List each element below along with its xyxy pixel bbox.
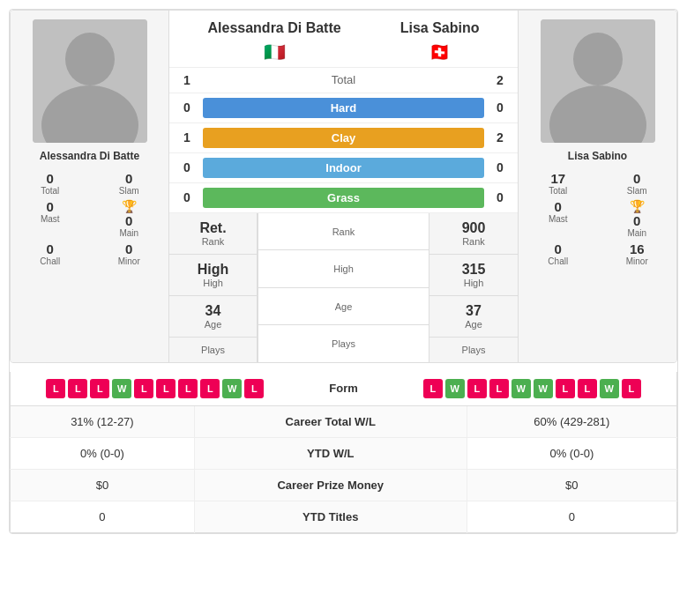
p2-high-block: 315 High bbox=[429, 255, 518, 296]
player1-chall-value: 0 bbox=[47, 241, 54, 256]
career-table: 31% (12-27) Career Total W/L 60% (429-28… bbox=[10, 406, 677, 533]
player2-flag: 🇨🇭 bbox=[400, 41, 480, 63]
player1-total: 0 Total bbox=[15, 171, 86, 196]
player2-mast-label: Mast bbox=[549, 214, 568, 224]
player2-main-label: Main bbox=[627, 228, 646, 238]
career-right-1: 0% (0-0) bbox=[467, 437, 676, 469]
career-right-0: 60% (429-281) bbox=[467, 406, 676, 438]
form-badge: L bbox=[578, 379, 597, 398]
player1-avatar bbox=[33, 19, 147, 143]
career-mid-3: YTD Titles bbox=[194, 501, 467, 532]
career-row: 0% (0-0) YTD W/L 0% (0-0) bbox=[11, 437, 677, 469]
career-left-1: 0% (0-0) bbox=[11, 437, 195, 469]
p1-rank-label: Rank bbox=[202, 236, 225, 247]
form-label: Form bbox=[291, 382, 397, 395]
form-section: LLLWLLLLWL Form LWLLWWLLWL bbox=[10, 372, 677, 406]
form-badge: W bbox=[512, 379, 531, 398]
player2-card: Lisa Sabino 17 Total 0 Slam 0 Mast 🏆 0 bbox=[518, 11, 676, 362]
p2-lower-stats: 900 Rank 315 High 37 Age Plays bbox=[429, 213, 518, 362]
p2-plays-label: Plays bbox=[462, 345, 486, 355]
p1-plays-label: Plays bbox=[201, 345, 225, 355]
hard-score-p2: 0 bbox=[491, 100, 509, 115]
player2-chall: 0 Chall bbox=[523, 241, 594, 266]
form-badge: L bbox=[622, 379, 641, 398]
player1-main-value: 0 bbox=[125, 213, 132, 228]
player1-chall-label: Chall bbox=[40, 256, 60, 266]
player1-total-value: 0 bbox=[47, 171, 54, 186]
total-score-p1: 1 bbox=[178, 73, 196, 87]
player1-slam-value: 0 bbox=[125, 171, 132, 186]
grass-score-p1: 0 bbox=[178, 190, 196, 204]
career-row: 31% (12-27) Career Total W/L 60% (429-28… bbox=[11, 406, 677, 438]
lower-stats-section: Ret. Rank High High 34 Age Plays bbox=[169, 213, 518, 362]
middle-section: Alessandra Di Batte 🇮🇹 Lisa Sabino 🇨🇭 1 … bbox=[169, 11, 518, 362]
form-badge: L bbox=[178, 379, 198, 398]
center-stats: Rank High Age Plays bbox=[258, 213, 429, 362]
form-badge: W bbox=[534, 379, 553, 398]
total-label: Total bbox=[196, 73, 491, 86]
player2-slam-label: Slam bbox=[627, 186, 647, 196]
player2-main: 🏆 0 Main bbox=[602, 199, 673, 238]
career-row: $0 Career Prize Money $0 bbox=[11, 469, 677, 501]
player2-header: Lisa Sabino 🇨🇭 bbox=[400, 19, 480, 63]
svg-point-4 bbox=[573, 33, 623, 85]
surface-row-hard: 0 Hard 0 bbox=[169, 93, 518, 123]
indoor-score-p2: 0 bbox=[491, 160, 509, 174]
p2-age-label: Age bbox=[465, 319, 482, 330]
player1-flag: 🇮🇹 bbox=[208, 41, 341, 63]
player2-name: Lisa Sabino bbox=[568, 150, 627, 162]
surface-row-clay: 1 Clay 2 bbox=[169, 123, 518, 153]
player1-main: 🏆 0 Main bbox=[94, 199, 165, 238]
p1-lower-stats: Ret. Rank High High 34 Age Plays bbox=[169, 213, 258, 362]
center-high-label: High bbox=[333, 263, 354, 274]
p2-high-label: High bbox=[464, 278, 484, 288]
grass-surface-btn: Grass bbox=[203, 188, 484, 208]
form-badge: L bbox=[68, 379, 87, 398]
player2-total: 17 Total bbox=[523, 171, 594, 196]
player1-slam-label: Slam bbox=[119, 186, 139, 196]
player2-slam: 0 Slam bbox=[602, 171, 673, 196]
career-mid-0: Career Total W/L bbox=[194, 406, 467, 438]
player1-slam: 0 Slam bbox=[94, 171, 165, 196]
career-mid-2: Career Prize Money bbox=[194, 469, 467, 501]
player2-form-badges: LWLLWWLLWL bbox=[397, 379, 668, 398]
p1-rank-block: Ret. Rank bbox=[169, 213, 258, 255]
center-plays-block: Plays bbox=[258, 325, 429, 362]
player2-mast-value: 0 bbox=[555, 199, 562, 214]
form-badge: L bbox=[244, 379, 264, 398]
form-badge: L bbox=[46, 379, 65, 398]
player-names-header: Alessandra Di Batte 🇮🇹 Lisa Sabino 🇨🇭 bbox=[169, 11, 518, 68]
career-left-3: 0 bbox=[11, 501, 195, 532]
player1-mast-label: Mast bbox=[41, 214, 60, 224]
player2-minor-label: Minor bbox=[626, 256, 648, 266]
player1-chall: 0 Chall bbox=[15, 241, 86, 266]
career-mid-1: YTD W/L bbox=[194, 437, 467, 469]
surface-row-grass: 0 Grass 0 bbox=[169, 183, 518, 213]
player2-stats: 17 Total 0 Slam 0 Mast 🏆 0 Main 0 bbox=[523, 171, 672, 266]
center-high-block: High bbox=[258, 250, 429, 288]
form-badge: L bbox=[489, 379, 509, 398]
form-badge: L bbox=[156, 379, 175, 398]
p1-plays-block: Plays bbox=[169, 338, 258, 362]
player1-stats: 0 Total 0 Slam 0 Mast 🏆 0 Main 0 bbox=[15, 171, 164, 266]
p2-age-value: 37 bbox=[466, 303, 482, 319]
grass-score-p2: 0 bbox=[491, 190, 509, 204]
surface-row-indoor: 0 Indoor 0 bbox=[169, 153, 518, 183]
hard-score-p1: 0 bbox=[178, 100, 196, 115]
career-row: 0 YTD Titles 0 bbox=[11, 501, 677, 532]
player2-minor-value: 16 bbox=[630, 241, 645, 256]
form-badge: W bbox=[600, 379, 619, 398]
player2-avatar bbox=[541, 19, 655, 143]
p2-high-value: 315 bbox=[462, 262, 486, 278]
total-row: 1 Total 2 bbox=[169, 68, 518, 93]
match-card: Alessandra Di Batte 0 Total 0 Slam 0 Mas… bbox=[9, 9, 678, 534]
player2-mast: 0 Mast bbox=[523, 199, 594, 238]
player1-name: Alessandra Di Batte bbox=[40, 150, 139, 162]
player1-main-label: Main bbox=[119, 228, 138, 238]
p1-high-block: High High bbox=[169, 255, 258, 296]
career-right-3: 0 bbox=[467, 501, 676, 532]
center-age-label: Age bbox=[335, 301, 353, 312]
form-badge: L bbox=[90, 379, 109, 398]
player2-chall-value: 0 bbox=[555, 241, 562, 256]
indoor-score-p1: 0 bbox=[178, 160, 196, 174]
